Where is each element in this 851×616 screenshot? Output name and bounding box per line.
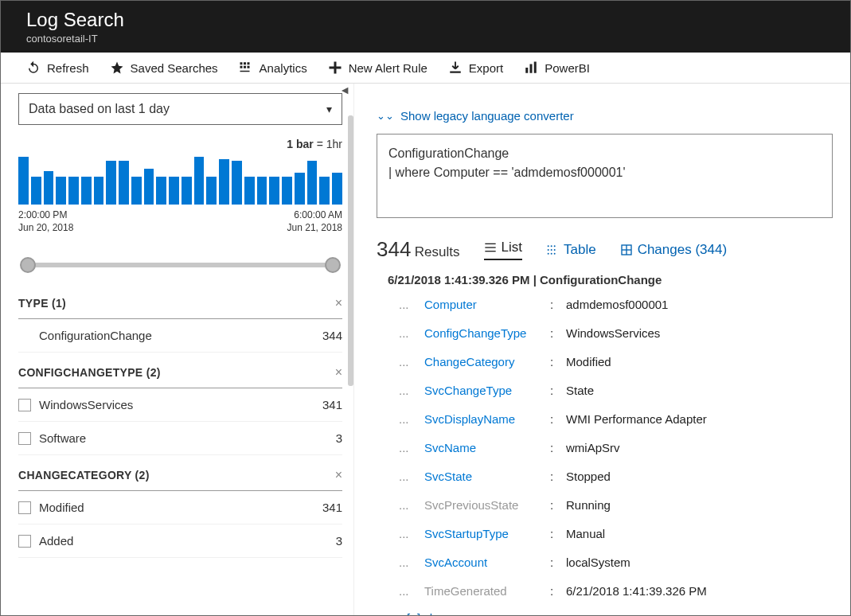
histogram-bar[interactable] [332, 173, 342, 205]
histogram-bar[interactable] [182, 177, 192, 205]
field-sep: : [550, 493, 560, 517]
histogram-bar[interactable] [295, 173, 305, 205]
results-panel: ⌄⌄ Show legacy language converter Config… [354, 84, 850, 616]
field-key[interactable]: Computer [424, 293, 544, 317]
field-actions[interactable]: ... [399, 379, 418, 403]
histogram-bar[interactable] [81, 177, 92, 205]
histogram-bar[interactable] [319, 177, 330, 205]
close-icon[interactable]: × [335, 468, 342, 482]
analytics-button[interactable]: Analytics [239, 60, 307, 75]
histogram-bar[interactable] [307, 161, 318, 205]
tab-changes[interactable]: Changes (344) [620, 242, 727, 258]
export-button[interactable]: Export [448, 60, 503, 75]
new-alert-button[interactable]: New Alert Rule [328, 60, 427, 75]
facet-row[interactable]: ConfigurationChange344 [18, 319, 342, 353]
results-count: 344 Results [377, 237, 460, 262]
slider-handle-left[interactable] [20, 257, 36, 273]
field-key: TimeGenerated [424, 579, 544, 603]
field-actions[interactable]: ... [399, 436, 418, 460]
field-actions[interactable]: ... [399, 551, 418, 575]
histogram-chart[interactable] [18, 155, 342, 205]
histogram-bar[interactable] [194, 157, 205, 205]
scrollbar[interactable] [348, 115, 353, 386]
histogram-bar[interactable] [144, 169, 154, 205]
histogram-bar[interactable] [282, 177, 292, 205]
svg-point-24 [554, 252, 556, 254]
refresh-icon [26, 60, 41, 75]
histogram-bar[interactable] [232, 161, 242, 205]
field-actions[interactable]: ... [399, 522, 418, 546]
facet-header: TYPE (1)× [18, 291, 342, 319]
histogram-bar[interactable] [31, 177, 41, 205]
facet-title: TYPE (1) [18, 297, 66, 310]
field-actions[interactable]: ... [399, 579, 418, 603]
histogram-bar[interactable] [244, 177, 255, 205]
facet-group: CHANGECATEGORY (2)×Modified341Added3 [18, 463, 342, 558]
facet-label-text: Added [39, 534, 73, 548]
field-key: SvcPreviousState [424, 493, 544, 517]
field-key[interactable]: SvcName [424, 436, 544, 460]
tab-list[interactable]: List [484, 240, 522, 260]
powerbi-button[interactable]: PowerBI [524, 60, 590, 75]
histogram-bar[interactable] [94, 177, 104, 205]
main-split: ◄ Data based on last 1 day ▾ 1 bar = 1hr… [1, 84, 850, 616]
facet-row-label: ConfigurationChange [18, 329, 152, 342]
svg-point-19 [548, 249, 549, 251]
show-more-link[interactable]: [+] show more [407, 611, 833, 616]
field-key[interactable]: SvcStartupType [424, 522, 544, 546]
list-icon [484, 241, 497, 254]
histogram-bar[interactable] [131, 177, 142, 205]
histogram-bar[interactable] [206, 177, 217, 205]
close-icon[interactable]: × [335, 365, 342, 380]
table-icon [546, 244, 559, 256]
histogram-bar[interactable] [44, 171, 54, 205]
field-key[interactable]: ConfigChangeType [424, 322, 544, 345]
svg-rect-5 [247, 66, 249, 68]
field-actions[interactable]: ... [399, 293, 418, 317]
histogram-bar[interactable] [68, 177, 79, 205]
checkbox[interactable] [18, 535, 31, 548]
field-key[interactable]: SvcAccount [424, 551, 544, 575]
histogram-bar[interactable] [106, 161, 116, 205]
axis-end-time: 6:00:00 AM [287, 209, 342, 222]
field-key[interactable]: SvcDisplayName [424, 407, 544, 431]
histogram-bar[interactable] [169, 177, 179, 205]
histogram-bar[interactable] [119, 161, 129, 205]
facet-row[interactable]: WindowsServices341 [18, 388, 342, 422]
histogram-bar[interactable] [156, 177, 166, 205]
facet-row[interactable]: Software3 [18, 422, 342, 455]
field-key[interactable]: SvcState [424, 465, 544, 489]
legacy-converter-toggle[interactable]: ⌄⌄ Show legacy language converter [377, 109, 833, 123]
app-header: Log Search contosoretail-IT [1, 1, 850, 53]
histogram-bar[interactable] [18, 157, 29, 205]
field-key[interactable]: SvcChangeType [424, 379, 544, 403]
saved-searches-button[interactable]: Saved Searches [110, 60, 218, 75]
checkbox[interactable] [18, 432, 31, 445]
field-key[interactable]: ChangeCategory [424, 350, 544, 374]
collapse-panel-caret[interactable]: ◄ [339, 84, 350, 96]
time-range-dropdown[interactable]: Data based on last 1 day ▾ [18, 93, 342, 125]
field-actions[interactable]: ... [399, 407, 418, 431]
time-slider[interactable] [18, 253, 342, 277]
refresh-button[interactable]: Refresh [26, 60, 89, 75]
query-editor[interactable]: ConfigurationChange | where Computer == … [377, 134, 833, 218]
facet-row[interactable]: Added3 [18, 524, 342, 558]
histogram-bar[interactable] [269, 177, 279, 205]
checkbox[interactable] [18, 399, 31, 411]
field-actions[interactable]: ... [399, 350, 418, 374]
tab-table[interactable]: Table [546, 242, 596, 258]
histogram-bar[interactable] [219, 159, 229, 205]
field-actions[interactable]: ... [399, 322, 418, 345]
facet-row-label: WindowsServices [18, 398, 133, 411]
field-actions[interactable]: ... [399, 493, 418, 517]
tab-changes-label: Changes (344) [638, 242, 727, 258]
facet-row[interactable]: Modified341 [18, 491, 342, 524]
slider-handle-right[interactable] [325, 257, 341, 273]
record-header: 6/21/2018 1:41:39.326 PM | Configuration… [388, 273, 833, 287]
svg-rect-2 [247, 62, 249, 64]
checkbox[interactable] [18, 501, 31, 514]
histogram-bar[interactable] [257, 177, 267, 205]
histogram-bar[interactable] [56, 177, 66, 205]
field-actions[interactable]: ... [399, 465, 418, 489]
close-icon[interactable]: × [335, 296, 342, 310]
